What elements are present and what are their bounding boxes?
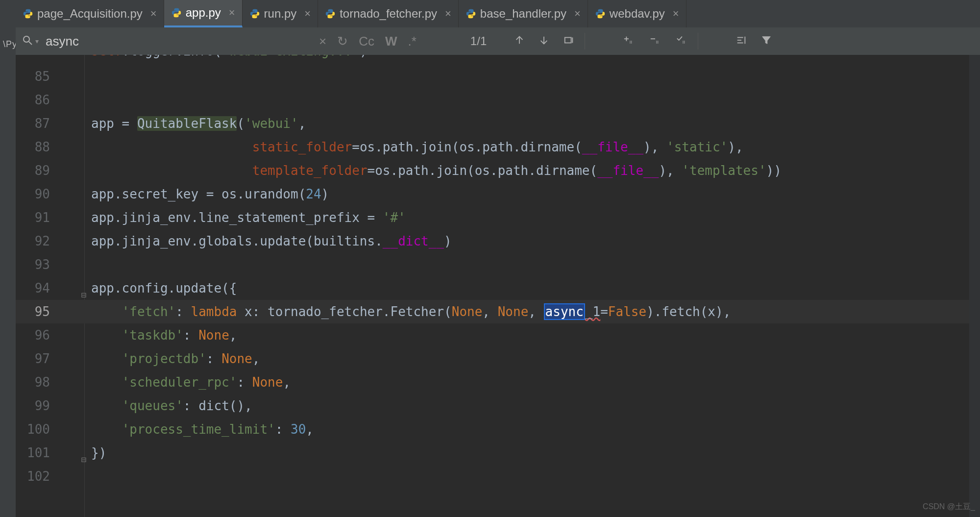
code-editor[interactable]: self.logger.info('webui exiting...') 85 … — [16, 55, 980, 517]
tab-app[interactable]: app.py × — [164, 0, 243, 27]
line-number: 89 — [16, 159, 65, 182]
code-text: 'process_time_limit': 30, — [65, 418, 314, 441]
chevron-down-icon[interactable]: ▾ — [35, 37, 39, 45]
close-icon[interactable]: × — [673, 7, 679, 20]
line-number: 92 — [16, 229, 65, 253]
fold-open-icon[interactable]: ⊟ — [80, 283, 87, 292]
search-input[interactable] — [42, 31, 314, 52]
code-text: 'fetch': lambda x: tornado_fetcher.Fetch… — [65, 300, 731, 323]
whole-words-toggle[interactable]: W — [385, 34, 397, 49]
line-number: 86 — [16, 88, 65, 112]
vertical-scrollbar[interactable] — [969, 55, 980, 517]
history-icon[interactable]: ↻ — [337, 34, 348, 49]
regex-toggle[interactable]: .* — [408, 34, 416, 49]
tab-run[interactable]: run.py × — [243, 0, 318, 27]
close-icon[interactable]: × — [445, 7, 451, 20]
python-file-icon — [466, 8, 476, 19]
left-project-rail[interactable]: \Py — [0, 0, 16, 517]
code-text: self.logger.info('webui exiting...') — [65, 55, 368, 63]
code-text: 'projectdb': None, — [65, 347, 260, 370]
search-match: async — [544, 303, 585, 320]
line-number: 88 — [16, 135, 65, 159]
svg-text:II: II — [683, 40, 685, 45]
code-text: app.jinja_env.line_statement_prefix = '#… — [65, 206, 406, 229]
tab-label: base_handler.py — [480, 7, 566, 21]
fold-close-icon[interactable]: ⊟ — [80, 448, 87, 457]
code-text: app.jinja_env.globals.update(builtins.__… — [65, 229, 452, 253]
match-count: 1/1 — [470, 34, 487, 48]
settings-list-icon[interactable] — [735, 35, 747, 48]
close-icon[interactable]: × — [304, 7, 311, 20]
code-text: app.secret_key = os.urandom(24) — [65, 182, 329, 206]
tab-base-handler[interactable]: base_handler.py × — [459, 0, 588, 27]
line-number: 94 — [16, 276, 65, 300]
close-icon[interactable]: × — [150, 7, 157, 20]
watermark: CSDN @土豆_ — [923, 502, 975, 512]
tab-label: webdav.py — [610, 7, 665, 21]
svg-text:II: II — [656, 40, 659, 45]
find-bar: ▾ × ↻ Cc W .* 1/1 II II II — [16, 27, 980, 55]
line-number: 98 — [16, 370, 65, 394]
line-number: 90 — [16, 182, 65, 206]
code-text: 'taskdb': None, — [65, 323, 237, 347]
line-number: 101 — [16, 441, 65, 465]
tab-label: app.py — [186, 6, 221, 20]
code-text: template_folder=os.path.join(os.path.dir… — [65, 159, 782, 182]
next-match-icon[interactable] — [539, 35, 549, 48]
code-text: app.config.update({ — [65, 276, 237, 300]
code-text: 'queues': dict(), — [65, 394, 252, 418]
python-file-icon — [171, 7, 182, 18]
match-case-toggle[interactable]: Cc — [359, 34, 374, 49]
svg-point-0 — [24, 36, 29, 42]
prev-match-icon[interactable] — [514, 35, 525, 48]
filter-icon[interactable] — [761, 35, 772, 48]
tab-page-acquisition[interactable]: page_Acquisition.py × — [16, 0, 164, 27]
svg-rect-4 — [565, 37, 571, 43]
separator — [585, 33, 585, 49]
line-number: 85 — [16, 65, 65, 88]
select-all-occurrences-icon[interactable]: II — [675, 35, 688, 48]
tab-label: run.py — [264, 7, 297, 21]
project-label: \Py — [3, 39, 17, 49]
code-text: static_folder=os.path.join(os.path.dirna… — [65, 135, 743, 159]
tab-webdav[interactable]: webdav.py × — [588, 0, 686, 27]
close-icon[interactable]: × — [229, 6, 235, 19]
svg-text:II: II — [630, 40, 632, 45]
separator — [698, 33, 698, 49]
line-number: 91 — [16, 206, 65, 229]
select-all-icon[interactable] — [563, 35, 575, 48]
line-number: 93 — [16, 253, 65, 276]
line-number: 100 — [16, 418, 65, 441]
close-icon[interactable]: × — [574, 7, 581, 20]
code-text: app = QuitableFlask('webui', — [65, 112, 306, 135]
python-file-icon — [23, 8, 33, 19]
tab-label: page_Acquisition.py — [37, 7, 143, 21]
remove-selection-icon[interactable]: II — [649, 35, 662, 48]
tab-tornado-fetcher[interactable]: tornado_fetcher.py × — [318, 0, 459, 27]
line-number: 95 — [16, 300, 65, 323]
line-number: 99 — [16, 394, 65, 418]
editor-tabs: page_Acquisition.py × app.py × run.py × … — [16, 0, 980, 28]
search-icon[interactable] — [22, 34, 33, 49]
line-number: 87 — [16, 112, 65, 135]
line-number: 102 — [16, 465, 65, 488]
python-file-icon — [595, 8, 606, 19]
line-number: 96 — [16, 323, 65, 347]
python-file-icon — [249, 8, 260, 19]
clear-search-icon[interactable]: × — [319, 34, 326, 49]
python-file-icon — [325, 8, 336, 19]
line-number: 97 — [16, 347, 65, 370]
code-text: 'scheduler_rpc': None, — [65, 370, 291, 394]
svg-line-1 — [29, 42, 32, 45]
tab-label: tornado_fetcher.py — [340, 7, 437, 21]
add-selection-icon[interactable]: II — [622, 35, 635, 48]
